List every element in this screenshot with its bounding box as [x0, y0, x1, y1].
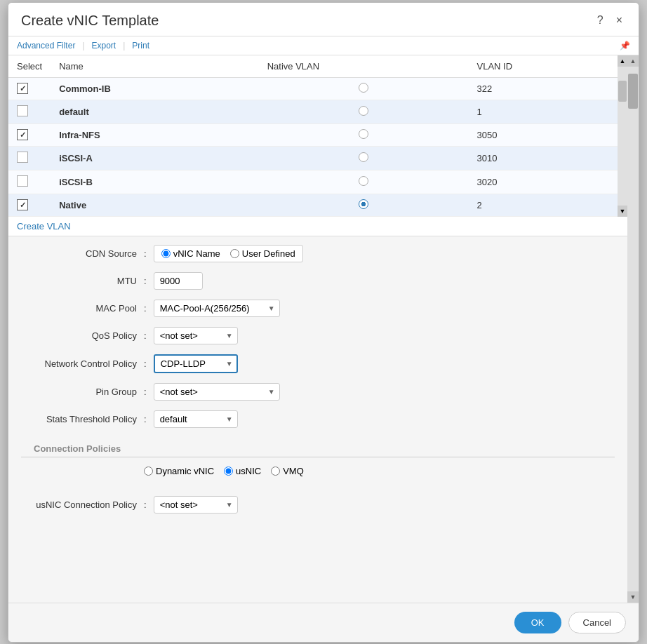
native-vlan-cell[interactable] [259, 146, 469, 170]
network-control-policy-select-wrapper: CDP-LLDP <not set> ▼ [154, 354, 238, 373]
stats-threshold-policy-control: default ▼ [154, 410, 238, 428]
table-row: Common-IB322 [8, 77, 627, 100]
cancel-button[interactable]: Cancel [568, 612, 626, 633]
right-scrollbar[interactable]: ▲ ▼ [627, 55, 639, 603]
native-vlan-cell[interactable] [259, 170, 469, 194]
vmq-radio[interactable] [271, 467, 280, 476]
mtu-input[interactable] [154, 272, 203, 290]
cdn-vnic-name-radio[interactable] [161, 249, 171, 258]
checkbox-cell[interactable] [8, 77, 51, 100]
vlan-name-cell: default [51, 100, 259, 123]
qos-policy-select[interactable]: <not set> [154, 327, 238, 344]
dialog-title: Create vNIC Template [21, 13, 159, 29]
cdn-user-defined-label: User Defined [242, 248, 295, 259]
mac-pool-control: MAC-Pool-A(256/256) ▼ [154, 300, 280, 317]
native-vlan-radio[interactable] [359, 176, 368, 186]
create-vnic-template-dialog: Create vNIC Template ? × Advanced Filter… [8, 2, 639, 643]
usnic-radio[interactable] [224, 467, 233, 476]
usnic-option[interactable]: usNIC [224, 466, 261, 476]
ok-button[interactable]: OK [514, 612, 561, 633]
vmq-option[interactable]: VMQ [271, 466, 304, 476]
vlan-name: Infra-NFS [59, 130, 100, 140]
vlan-id: 322 [477, 83, 493, 94]
table-row: Infra-NFS3050 [8, 123, 627, 146]
network-control-policy-select[interactable]: CDP-LLDP <not set> [154, 354, 238, 373]
scroll-track [627, 67, 639, 591]
advanced-filter-link[interactable]: Advanced Filter [17, 41, 75, 51]
create-vlan-link[interactable]: Create VLAN [8, 217, 627, 236]
row-checkbox[interactable] [17, 129, 28, 140]
row-checkbox[interactable] [17, 83, 28, 94]
vlan-name: Common-IB [59, 83, 111, 94]
cdn-user-defined-option[interactable]: User Defined [230, 248, 295, 259]
mtu-control [154, 272, 203, 290]
export-link[interactable]: Export [92, 41, 116, 51]
cdn-user-defined-radio[interactable] [230, 249, 239, 258]
usnic-connection-policy-label: usNIC Connection Policy [21, 499, 144, 510]
sep2: | [123, 41, 125, 51]
scroll-thumb[interactable] [618, 81, 627, 102]
dynamic-vnic-option[interactable]: Dynamic vNIC [144, 466, 214, 476]
scroll-down-arrow[interactable]: ▼ [618, 206, 627, 217]
checkbox-cell[interactable] [8, 146, 51, 170]
checkbox-cell[interactable] [8, 100, 51, 123]
checkbox-cell[interactable] [8, 194, 51, 216]
print-link[interactable]: Print [132, 41, 149, 51]
scroll-up-arrow[interactable]: ▲ [618, 55, 627, 67]
vlan-table: Select Name Native VLAN VLAN ID Common-I… [8, 55, 627, 217]
vlan-name-cell: iSCSI-B [51, 170, 259, 194]
native-vlan-cell[interactable] [259, 77, 469, 100]
mac-pool-select[interactable]: MAC-Pool-A(256/256) [154, 300, 280, 317]
pin-group-label: Pin Group [21, 387, 144, 397]
scroll-up-button[interactable]: ▲ [627, 55, 639, 67]
usnic-connection-policy-select-wrapper: <not set> ▼ [154, 496, 238, 514]
native-vlan-radio[interactable] [359, 129, 368, 139]
pin-group-control: <not set> ▼ [154, 383, 280, 401]
native-vlan-cell[interactable] [259, 123, 469, 146]
dialog-header: Create vNIC Template ? × [8, 3, 639, 36]
connection-policies-label: Connection Policies [34, 443, 121, 454]
scroll-down-button[interactable]: ▼ [627, 591, 639, 603]
vlan-name-cell: Common-IB [51, 77, 259, 100]
col-select: Select [8, 55, 51, 78]
stats-threshold-policy-select[interactable]: default [154, 410, 238, 428]
row-checkbox[interactable] [17, 105, 28, 116]
dialog-body: Select Name Native VLAN VLAN ID Common-I… [8, 55, 639, 603]
native-vlan-cell[interactable] [259, 194, 469, 216]
scroll-thumb-vertical[interactable] [628, 74, 638, 109]
dynamic-vnic-radio[interactable] [144, 467, 153, 476]
close-button[interactable]: × [613, 13, 626, 28]
col-vlan-id: VLAN ID [469, 55, 627, 78]
header-actions: ? × [594, 13, 626, 28]
pin-icon: 📌 [620, 41, 630, 51]
pin-group-select[interactable]: <not set> [154, 383, 280, 401]
vlan-id: 3010 [477, 153, 498, 163]
native-vlan-cell[interactable] [259, 100, 469, 123]
vlan-name: default [59, 107, 89, 117]
vlan-id-cell: 3010 [469, 146, 627, 170]
table-row: Native2 [8, 194, 627, 216]
stats-threshold-policy-row: Stats Threshold Policy : default ▼ [21, 410, 615, 428]
checkbox-cell[interactable] [8, 170, 51, 194]
qos-policy-label: QoS Policy [21, 330, 144, 341]
cdn-vnic-name-option[interactable]: vNIC Name [161, 248, 220, 259]
row-checkbox[interactable] [17, 199, 28, 210]
native-vlan-radio[interactable] [359, 106, 368, 116]
form-section: CDN Source : vNIC Name User Defined [8, 236, 627, 532]
usnic-connection-policy-select[interactable]: <not set> [154, 496, 238, 514]
vlan-name: Native [59, 200, 86, 210]
vlan-name-cell: Infra-NFS [51, 123, 259, 146]
checkbox-cell[interactable] [8, 123, 51, 146]
qos-policy-select-wrapper: <not set> ▼ [154, 327, 238, 344]
vlan-id-cell: 1 [469, 100, 627, 123]
native-vlan-radio[interactable] [359, 83, 368, 93]
row-checkbox[interactable] [17, 152, 28, 163]
row-checkbox[interactable] [17, 175, 28, 187]
help-button[interactable]: ? [594, 13, 607, 28]
pin-group-row: Pin Group : <not set> ▼ [21, 383, 615, 401]
mtu-row: MTU : [21, 272, 615, 290]
native-vlan-radio[interactable] [359, 152, 368, 162]
table-scrollbar[interactable]: ▲ ▼ [618, 55, 627, 217]
native-vlan-radio[interactable] [359, 199, 368, 209]
vlan-table-wrapper: Select Name Native VLAN VLAN ID Common-I… [8, 55, 627, 236]
